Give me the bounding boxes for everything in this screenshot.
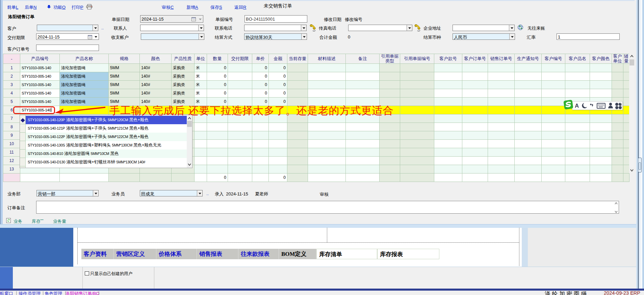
svg-text:A: A: [575, 103, 579, 109]
